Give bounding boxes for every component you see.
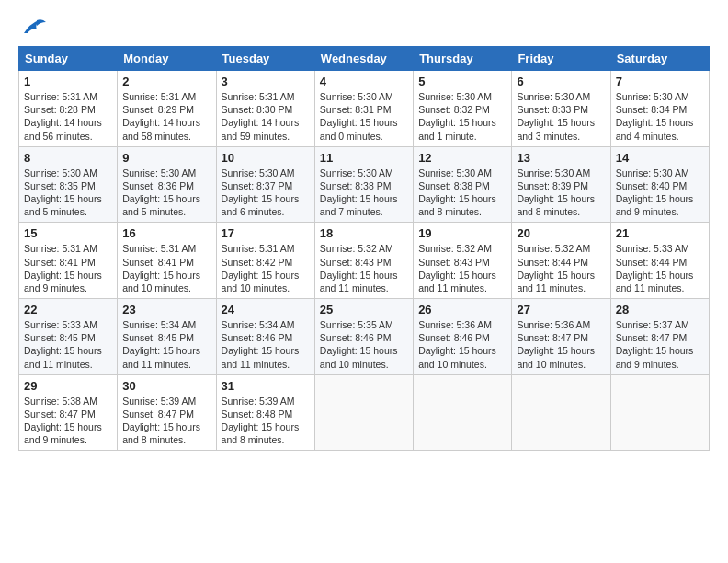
- day-info: Sunrise: 5:31 AMSunset: 8:28 PMDaylight:…: [24, 90, 112, 143]
- day-number: 7: [616, 75, 704, 88]
- calendar-cell: 28Sunrise: 5:37 AMSunset: 8:47 PMDayligh…: [610, 299, 709, 375]
- day-number: 13: [517, 151, 605, 165]
- day-info: Sunrise: 5:39 AMSunset: 8:47 PMDaylight:…: [122, 395, 210, 447]
- calendar-cell: [314, 374, 413, 451]
- day-number: 2: [122, 75, 210, 88]
- day-info: Sunrise: 5:37 AMSunset: 8:47 PMDaylight:…: [616, 318, 704, 371]
- calendar-cell: 24Sunrise: 5:34 AMSunset: 8:46 PMDayligh…: [216, 299, 314, 375]
- calendar-cell: 19Sunrise: 5:32 AMSunset: 8:43 PMDayligh…: [414, 223, 512, 299]
- day-number: 1: [24, 75, 112, 88]
- day-number: 21: [616, 226, 704, 240]
- calendar-cell: 4Sunrise: 5:30 AMSunset: 8:31 PMDaylight…: [314, 71, 413, 147]
- day-info: Sunrise: 5:36 AMSunset: 8:47 PMDaylight:…: [517, 318, 605, 371]
- day-info: Sunrise: 5:32 AMSunset: 8:44 PMDaylight:…: [517, 242, 605, 294]
- day-info: Sunrise: 5:34 AMSunset: 8:46 PMDaylight:…: [222, 318, 310, 371]
- calendar-cell: 1Sunrise: 5:31 AMSunset: 8:28 PMDaylight…: [19, 71, 118, 147]
- day-info: Sunrise: 5:31 AMSunset: 8:29 PMDaylight:…: [122, 90, 210, 143]
- day-info: Sunrise: 5:30 AMSunset: 8:31 PMDaylight:…: [320, 90, 408, 143]
- day-info: Sunrise: 5:30 AMSunset: 8:40 PMDaylight:…: [616, 167, 704, 219]
- calendar-cell: 18Sunrise: 5:32 AMSunset: 8:43 PMDayligh…: [314, 223, 413, 299]
- calendar-cell: 3Sunrise: 5:31 AMSunset: 8:30 PMDaylight…: [216, 71, 314, 147]
- day-info: Sunrise: 5:30 AMSunset: 8:38 PMDaylight:…: [320, 167, 408, 219]
- calendar-cell: 21Sunrise: 5:33 AMSunset: 8:44 PMDayligh…: [610, 223, 709, 299]
- calendar-cell: 20Sunrise: 5:32 AMSunset: 8:44 PMDayligh…: [512, 223, 610, 299]
- day-info: Sunrise: 5:33 AMSunset: 8:44 PMDaylight:…: [616, 242, 704, 294]
- calendar-header-tuesday: Tuesday: [216, 47, 314, 71]
- calendar-cell: 16Sunrise: 5:31 AMSunset: 8:41 PMDayligh…: [118, 223, 216, 299]
- day-number: 27: [517, 303, 605, 316]
- calendar-header-thursday: Thursday: [414, 47, 512, 71]
- day-info: Sunrise: 5:30 AMSunset: 8:35 PMDaylight:…: [24, 167, 112, 219]
- day-number: 4: [320, 75, 408, 88]
- day-info: Sunrise: 5:33 AMSunset: 8:45 PMDaylight:…: [24, 318, 112, 371]
- calendar-cell: 7Sunrise: 5:30 AMSunset: 8:34 PMDaylight…: [610, 71, 709, 147]
- calendar-cell: [610, 374, 709, 451]
- day-info: Sunrise: 5:34 AMSunset: 8:45 PMDaylight:…: [122, 318, 210, 371]
- day-info: Sunrise: 5:38 AMSunset: 8:47 PMDaylight:…: [24, 395, 112, 447]
- day-number: 10: [222, 151, 310, 165]
- day-number: 26: [418, 303, 506, 316]
- day-info: Sunrise: 5:32 AMSunset: 8:43 PMDaylight:…: [418, 242, 506, 294]
- calendar-cell: 22Sunrise: 5:33 AMSunset: 8:45 PMDayligh…: [19, 299, 118, 375]
- day-info: Sunrise: 5:30 AMSunset: 8:38 PMDaylight:…: [418, 167, 506, 219]
- day-number: 17: [222, 226, 310, 240]
- day-info: Sunrise: 5:30 AMSunset: 8:32 PMDaylight:…: [418, 90, 506, 143]
- logo-bird-icon: [20, 17, 46, 37]
- day-info: Sunrise: 5:36 AMSunset: 8:46 PMDaylight:…: [418, 318, 506, 371]
- day-number: 12: [418, 151, 506, 165]
- day-number: 31: [222, 379, 310, 393]
- day-number: 25: [320, 303, 408, 316]
- calendar-cell: 31Sunrise: 5:39 AMSunset: 8:48 PMDayligh…: [216, 374, 314, 451]
- calendar-cell: 5Sunrise: 5:30 AMSunset: 8:32 PMDaylight…: [414, 71, 512, 147]
- calendar-cell: 14Sunrise: 5:30 AMSunset: 8:40 PMDayligh…: [610, 146, 709, 223]
- day-info: Sunrise: 5:31 AMSunset: 8:42 PMDaylight:…: [222, 242, 310, 294]
- day-number: 5: [418, 75, 506, 88]
- day-number: 30: [122, 379, 210, 393]
- calendar-header-monday: Monday: [118, 47, 216, 71]
- day-number: 24: [222, 303, 310, 316]
- day-number: 8: [24, 151, 112, 165]
- calendar-cell: 11Sunrise: 5:30 AMSunset: 8:38 PMDayligh…: [314, 146, 413, 223]
- calendar-header-sunday: Sunday: [19, 47, 118, 71]
- calendar-cell: 26Sunrise: 5:36 AMSunset: 8:46 PMDayligh…: [414, 299, 512, 375]
- day-info: Sunrise: 5:30 AMSunset: 8:39 PMDaylight:…: [517, 167, 605, 219]
- day-number: 28: [616, 303, 704, 316]
- day-info: Sunrise: 5:31 AMSunset: 8:41 PMDaylight:…: [24, 242, 112, 294]
- day-number: 19: [418, 226, 506, 240]
- calendar-cell: 12Sunrise: 5:30 AMSunset: 8:38 PMDayligh…: [414, 146, 512, 223]
- day-number: 23: [122, 303, 210, 316]
- day-number: 20: [517, 226, 605, 240]
- calendar-cell: 17Sunrise: 5:31 AMSunset: 8:42 PMDayligh…: [216, 223, 314, 299]
- day-info: Sunrise: 5:35 AMSunset: 8:46 PMDaylight:…: [320, 318, 408, 371]
- day-number: 6: [517, 75, 605, 88]
- calendar-header-wednesday: Wednesday: [314, 47, 413, 71]
- day-number: 29: [24, 379, 112, 393]
- calendar-cell: 15Sunrise: 5:31 AMSunset: 8:41 PMDayligh…: [19, 223, 118, 299]
- day-info: Sunrise: 5:39 AMSunset: 8:48 PMDaylight:…: [222, 395, 310, 447]
- calendar-cell: 30Sunrise: 5:39 AMSunset: 8:47 PMDayligh…: [118, 374, 216, 451]
- calendar-cell: 2Sunrise: 5:31 AMSunset: 8:29 PMDaylight…: [118, 71, 216, 147]
- calendar-table: SundayMondayTuesdayWednesdayThursdayFrid…: [18, 46, 710, 451]
- day-number: 22: [24, 303, 112, 316]
- day-info: Sunrise: 5:30 AMSunset: 8:34 PMDaylight:…: [616, 90, 704, 143]
- logo: [18, 17, 46, 37]
- day-number: 9: [122, 151, 210, 165]
- calendar-cell: [512, 374, 610, 451]
- day-info: Sunrise: 5:31 AMSunset: 8:30 PMDaylight:…: [222, 90, 310, 143]
- calendar-cell: [414, 374, 512, 451]
- day-info: Sunrise: 5:30 AMSunset: 8:36 PMDaylight:…: [122, 167, 210, 219]
- day-info: Sunrise: 5:31 AMSunset: 8:41 PMDaylight:…: [122, 242, 210, 294]
- day-number: 3: [222, 75, 310, 88]
- day-number: 11: [320, 151, 408, 165]
- calendar-cell: 10Sunrise: 5:30 AMSunset: 8:37 PMDayligh…: [216, 146, 314, 223]
- calendar-cell: 13Sunrise: 5:30 AMSunset: 8:39 PMDayligh…: [512, 146, 610, 223]
- day-info: Sunrise: 5:30 AMSunset: 8:33 PMDaylight:…: [517, 90, 605, 143]
- day-number: 16: [122, 226, 210, 240]
- calendar-cell: 9Sunrise: 5:30 AMSunset: 8:36 PMDaylight…: [118, 146, 216, 223]
- calendar-header-saturday: Saturday: [610, 47, 709, 71]
- calendar-header-row: SundayMondayTuesdayWednesdayThursdayFrid…: [19, 47, 710, 71]
- day-info: Sunrise: 5:30 AMSunset: 8:37 PMDaylight:…: [222, 167, 310, 219]
- calendar-header-friday: Friday: [512, 47, 610, 71]
- calendar-cell: 8Sunrise: 5:30 AMSunset: 8:35 PMDaylight…: [19, 146, 118, 223]
- calendar-cell: 23Sunrise: 5:34 AMSunset: 8:45 PMDayligh…: [118, 299, 216, 375]
